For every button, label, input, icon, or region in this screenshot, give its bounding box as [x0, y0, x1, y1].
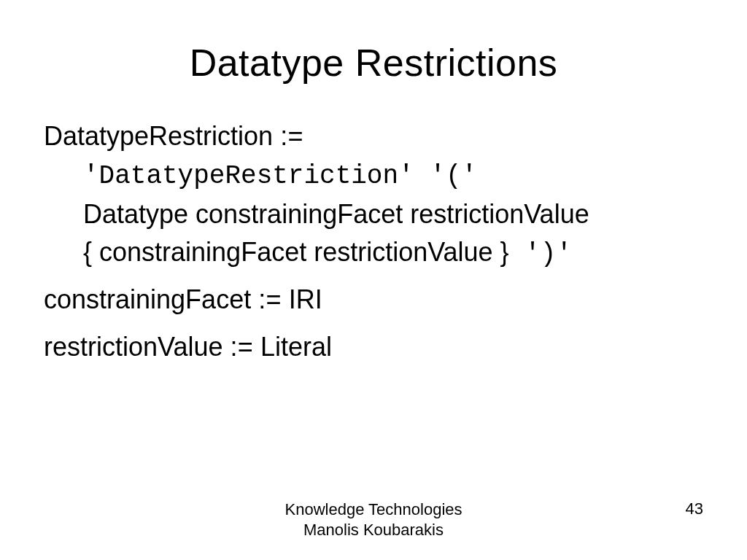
mono-text: =: [266, 287, 282, 316]
slide-title: Datatype Restrictions: [0, 0, 747, 85]
mono-text: ')': [509, 239, 572, 269]
slide-footer: Knowledge Technologies Manolis Koubaraki…: [0, 499, 747, 540]
footer-line-1: Knowledge Technologies: [0, 499, 747, 520]
text: DatatypeRestriction :: [44, 121, 287, 151]
grammar-line-6: restrictionValue := Literal: [44, 330, 703, 366]
page-number: 43: [686, 499, 703, 518]
slide: Datatype Restrictions DatatypeRestrictio…: [0, 0, 747, 560]
grammar-line-4: { constrainingFacet restrictionValue } '…: [44, 236, 703, 271]
text: restrictionValue :: [44, 332, 237, 362]
text: IRI: [282, 284, 322, 314]
grammar-line-2: 'DatatypeRestriction' '(': [44, 160, 703, 193]
grammar-line-5: constrainingFacet := IRI: [44, 283, 703, 319]
text: Literal: [253, 332, 332, 362]
text: constrainingFacet :: [44, 284, 266, 314]
text: { constrainingFacet restrictionValue }: [83, 237, 509, 267]
grammar-line-3: Datatype constrainingFacet restrictionVa…: [44, 198, 703, 231]
spacer: [44, 276, 703, 283]
mono-text: =: [237, 334, 253, 364]
slide-content: DatatypeRestriction := 'DatatypeRestrict…: [0, 85, 747, 366]
mono-text: =: [287, 123, 303, 153]
footer-line-2: Manolis Koubarakis: [0, 520, 747, 540]
spacer: [44, 323, 703, 330]
grammar-line-1: DatatypeRestriction :=: [44, 120, 703, 155]
